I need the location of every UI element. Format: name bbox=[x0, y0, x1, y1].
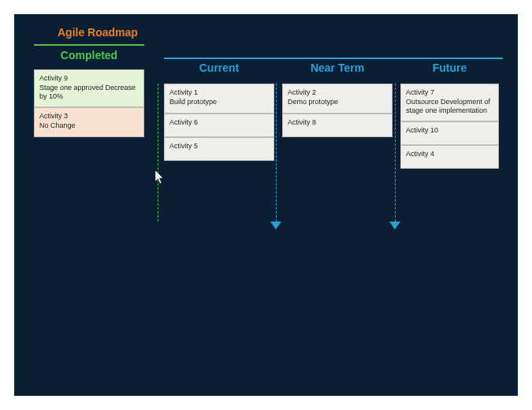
card-future-1[interactable]: Activity 10 bbox=[400, 121, 499, 145]
card-future-0[interactable]: Activity 7 Outsource Development of stag… bbox=[400, 84, 499, 121]
card-body: No Change bbox=[39, 121, 139, 131]
card-current-1[interactable]: Activity 6 bbox=[164, 114, 274, 137]
arrow-down-icon bbox=[270, 222, 281, 229]
card-near-1[interactable]: Activity 8 bbox=[282, 114, 392, 137]
card-title: Activity 8 bbox=[288, 118, 387, 128]
card-body: Stage one approved Decrease by 10% bbox=[39, 84, 139, 102]
roadmap-canvas: Agile Roadmap Completed Current Near Ter… bbox=[14, 14, 518, 396]
column-header-completed: Completed bbox=[34, 49, 144, 62]
card-title: Activity 2 bbox=[288, 88, 387, 98]
divider-current-near bbox=[276, 84, 277, 222]
card-completed-0[interactable]: Activity 9 Stage one approved Decrease b… bbox=[34, 69, 144, 107]
divider-near-future bbox=[395, 84, 396, 222]
card-current-0[interactable]: Activity 1 Build prototype bbox=[164, 84, 274, 114]
card-current-2[interactable]: Activity 5 bbox=[164, 137, 274, 161]
page-title: Agile Roadmap bbox=[58, 26, 138, 39]
card-title: Activity 5 bbox=[169, 142, 269, 151]
card-title: Activity 6 bbox=[169, 118, 269, 128]
arrow-down-icon bbox=[389, 222, 400, 229]
card-title: Activity 3 bbox=[39, 112, 139, 121]
column-header-current: Current bbox=[164, 62, 274, 74]
card-title: Activity 10 bbox=[406, 126, 493, 136]
card-title: Activity 7 bbox=[406, 88, 493, 98]
card-body: Demo prototype bbox=[288, 98, 387, 107]
completed-underline bbox=[34, 44, 144, 46]
card-future-2[interactable]: Activity 4 bbox=[400, 145, 499, 169]
column-header-near-term: Near Term bbox=[282, 62, 392, 74]
card-completed-1[interactable]: Activity 3 No Change bbox=[34, 107, 144, 137]
cursor-icon bbox=[155, 170, 165, 184]
card-title: Activity 4 bbox=[406, 150, 493, 159]
card-body: Build prototype bbox=[169, 98, 269, 107]
divider-completed-current bbox=[158, 84, 158, 222]
column-header-future: Future bbox=[400, 62, 499, 74]
card-title: Activity 9 bbox=[39, 74, 139, 84]
card-body: Outsource Development of stage one imple… bbox=[406, 98, 493, 116]
card-title: Activity 1 bbox=[169, 88, 269, 98]
timeline-underline bbox=[164, 58, 503, 59]
card-near-0[interactable]: Activity 2 Demo prototype bbox=[282, 84, 392, 114]
